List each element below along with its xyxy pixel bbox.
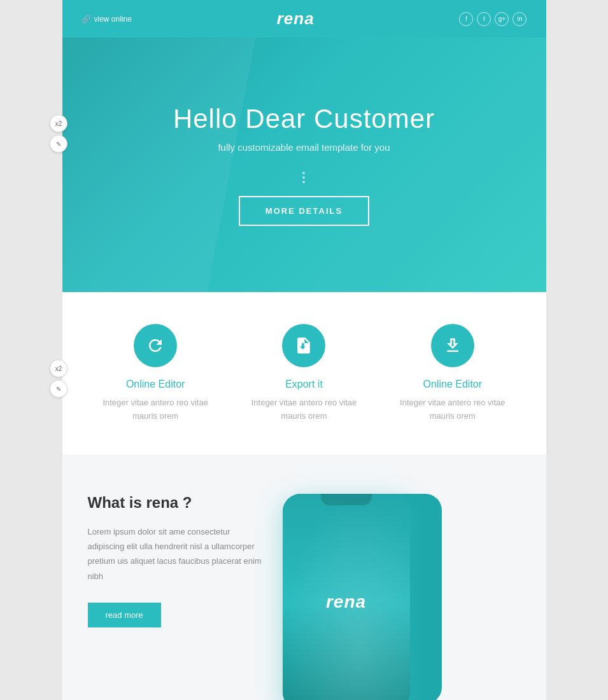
feature-desc-3: Integer vitae antero reo vitae mauris or… <box>391 396 514 423</box>
feature-desc-1: Integer vitae antero reo vitae mauris or… <box>94 396 217 423</box>
twitter-icon[interactable]: t <box>477 12 491 26</box>
hero-section: Hello Dear Customer fully customizable e… <box>62 38 546 292</box>
feature-title-1: Online Editor <box>94 379 217 390</box>
zoom-button-top[interactable]: x2 <box>50 115 67 132</box>
zoom-button-mid[interactable]: x2 <box>50 360 67 377</box>
phone-logo: rena <box>326 592 366 612</box>
feature-icon-2 <box>282 324 325 367</box>
what-content: What is rena ? Lorem ipsum dolor sit ame… <box>88 494 283 628</box>
phone-mockup: rena <box>283 494 429 700</box>
logo: rena <box>277 9 315 29</box>
feature-title-2: Export it <box>243 379 365 390</box>
googleplus-icon[interactable]: g+ <box>495 12 509 26</box>
feature-item-3: Online Editor Integer vitae antero reo v… <box>378 324 527 423</box>
what-desc: Lorem ipsum dolor sit ame consectetur ad… <box>88 524 264 584</box>
feature-icon-1 <box>134 324 177 367</box>
what-title: What is rena ? <box>88 494 264 512</box>
side-controls-mid: x2 ✎ <box>50 360 67 398</box>
feature-item-2: Export it Integer vitae antero reo vitae… <box>230 324 378 423</box>
hero-cta-button[interactable]: MORE DETAILS <box>239 196 369 226</box>
dot-3 <box>302 181 305 183</box>
read-more-button[interactable]: read more <box>88 603 161 627</box>
edit-button-mid[interactable]: ✎ <box>50 380 67 398</box>
dot-1 <box>302 172 305 174</box>
feature-icon-3 <box>431 324 474 367</box>
view-online-label: view online <box>94 15 132 24</box>
email-container: 🔗 view online rena f t g+ in Hello Dear … <box>62 0 546 700</box>
feature-title-3: Online Editor <box>391 379 514 390</box>
side-controls-top: x2 ✎ <box>50 115 67 153</box>
refresh-icon <box>146 336 165 355</box>
hero-content: Hello Dear Customer fully customizable e… <box>160 91 448 239</box>
features-section: Online Editor Integer vitae antero reo v… <box>62 292 546 456</box>
feature-desc-2: Integer vitae antero reo vitae mauris or… <box>243 396 365 423</box>
feature-item-1: Online Editor Integer vitae antero reo v… <box>81 324 230 423</box>
export-icon <box>294 336 313 355</box>
email-header: 🔗 view online rena f t g+ in <box>62 0 546 38</box>
dot-2 <box>302 176 305 179</box>
link-icon: 🔗 <box>81 15 91 24</box>
what-section: What is rena ? Lorem ipsum dolor sit ame… <box>62 456 546 700</box>
hero-title: Hello Dear Customer <box>173 104 435 134</box>
linkedin-icon[interactable]: in <box>513 12 527 26</box>
facebook-icon[interactable]: f <box>459 12 473 26</box>
view-online-link[interactable]: 🔗 view online <box>81 15 132 24</box>
phone-notch <box>321 494 372 505</box>
download-icon <box>443 336 462 355</box>
phone-front: rena <box>283 494 410 700</box>
hero-dots <box>173 172 435 183</box>
hero-subtitle: fully customizable email template for yo… <box>173 142 435 153</box>
edit-button-top[interactable]: ✎ <box>50 135 67 153</box>
page-wrapper: x2 ✎ x2 ✎ 🔗 view online rena f t g+ in <box>0 0 608 700</box>
social-icons: f t g+ in <box>459 12 527 26</box>
